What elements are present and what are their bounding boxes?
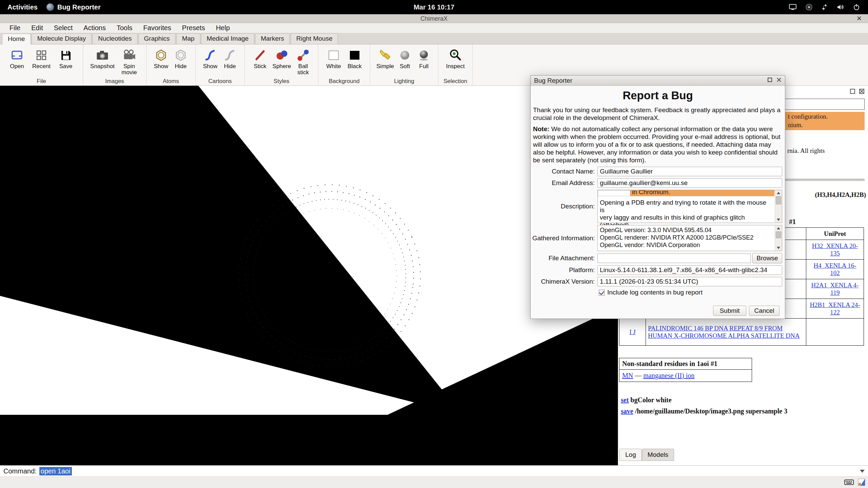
gathered-info-scrollbar[interactable] bbox=[775, 225, 782, 251]
browse-button[interactable]: Browse bbox=[752, 253, 782, 263]
menu-tools[interactable]: Tools bbox=[112, 23, 137, 33]
tab-molecule-display[interactable]: Molecule Display bbox=[32, 33, 92, 44]
section-label-selection: Selection bbox=[438, 78, 472, 85]
ball-stick-button[interactable]: Ball stick bbox=[293, 46, 313, 76]
menu-presets[interactable]: Presets bbox=[177, 23, 210, 33]
save-button[interactable]: Save bbox=[54, 46, 78, 69]
panel-float-icon[interactable] bbox=[850, 88, 855, 96]
ribbon-section-selection: Inspect Selection bbox=[438, 44, 473, 85]
tab-medical-image[interactable]: Medical Image bbox=[201, 33, 255, 44]
description-scrollbar[interactable] bbox=[775, 190, 782, 223]
uniprot-link[interactable]: H4_XENLA 16-102 bbox=[813, 262, 856, 277]
menu-favorites[interactable]: Favorites bbox=[139, 23, 176, 33]
dialog-close-icon[interactable] bbox=[776, 77, 782, 84]
window-close-icon[interactable] bbox=[856, 15, 863, 22]
lighting-simple-button[interactable]: Simple bbox=[375, 46, 395, 69]
activities-button[interactable]: Activities bbox=[7, 3, 38, 11]
stick-icon bbox=[253, 47, 268, 63]
command-help-link[interactable]: set bbox=[621, 396, 629, 404]
residue-code-link[interactable]: MN bbox=[622, 372, 633, 379]
email-field[interactable]: guillaume.gaullier@kemi.uu.se bbox=[597, 178, 782, 188]
atoms-hide-button[interactable]: Hide bbox=[171, 46, 191, 69]
command-bar: Command: open 1aoi bbox=[0, 465, 868, 476]
lighting-soft-button[interactable]: Soft bbox=[395, 46, 414, 69]
platform-field[interactable]: Linux-5.14.0-611.38.1.el9_7.x86_64-x86_6… bbox=[597, 265, 782, 275]
contact-name-field[interactable]: Guillaume Gaullier bbox=[597, 167, 782, 176]
spin-movie-button[interactable]: Spin movie bbox=[117, 46, 141, 76]
menubar: File Edit Select Actions Tools Favorites… bbox=[0, 23, 868, 33]
scroll-up-icon[interactable] bbox=[777, 192, 780, 194]
intro-text: Thank you for using our feedback system.… bbox=[533, 106, 783, 122]
uniprot-link[interactable]: H2B1_XENLA 24-122 bbox=[810, 301, 860, 316]
menu-edit[interactable]: Edit bbox=[26, 23, 47, 33]
contact-name-label: Contact Name: bbox=[532, 168, 597, 175]
screen-share-icon[interactable] bbox=[789, 4, 797, 11]
ribbon-section-lighting: Simple Soft Full Lighting bbox=[370, 44, 438, 85]
submit-button[interactable]: Submit bbox=[713, 306, 746, 316]
focused-app-indicator[interactable]: Bug Reporter bbox=[46, 3, 101, 11]
tab-markers[interactable]: Markers bbox=[255, 33, 290, 44]
tab-graphics[interactable]: Graphics bbox=[138, 33, 176, 44]
stick-button[interactable]: Stick bbox=[250, 46, 271, 69]
background-black-button[interactable]: Black bbox=[344, 46, 365, 69]
uniprot-link[interactable]: H2A1_XENLA 4-119 bbox=[811, 282, 859, 296]
tab-right-mouse[interactable]: Right Mouse bbox=[291, 33, 338, 44]
clock[interactable]: Mar 16 10:17 bbox=[0, 3, 868, 11]
chain-description-link[interactable]: PALINDROMIC 146 BP DNA REPEAT 8/9 FROM H… bbox=[648, 325, 800, 339]
cartoons-hide-button[interactable]: Hide bbox=[220, 46, 240, 69]
benzene-ring-icon bbox=[154, 47, 169, 63]
residue-name-link[interactable]: manganese (II) ion bbox=[643, 372, 694, 379]
power-icon[interactable] bbox=[853, 4, 860, 11]
note-label: Note: bbox=[533, 125, 550, 133]
ball-stick-icon bbox=[296, 47, 311, 63]
atoms-show-button[interactable]: Show bbox=[151, 46, 171, 69]
panel-close-icon[interactable] bbox=[859, 88, 865, 96]
snapshot-button[interactable]: Snapshot bbox=[88, 46, 117, 69]
chimerax-version-field[interactable]: 1.11.1 (2026-01-23 05:51:34 UTC) bbox=[597, 277, 782, 286]
menu-actions[interactable]: Actions bbox=[79, 23, 111, 33]
menu-file[interactable]: File bbox=[5, 23, 25, 33]
scrollbar-thumb[interactable] bbox=[776, 196, 781, 204]
description-textarea[interactable]: in Chromium. Opening a PDB entry and try… bbox=[597, 190, 782, 223]
scroll-up-icon[interactable] bbox=[777, 227, 780, 229]
menu-select[interactable]: Select bbox=[49, 23, 78, 33]
network-icon[interactable] bbox=[821, 4, 828, 11]
menu-help[interactable]: Help bbox=[211, 23, 235, 33]
lighting-full-button[interactable]: Full bbox=[414, 46, 433, 69]
file-attachment-field[interactable] bbox=[597, 253, 751, 263]
scroll-down-icon[interactable] bbox=[777, 219, 780, 221]
sphere-button[interactable]: Sphere bbox=[271, 46, 293, 69]
dialog-float-icon[interactable] bbox=[767, 77, 772, 84]
chains-table-caption-fragment: #1 bbox=[789, 218, 796, 226]
dialog-titlebar[interactable]: Bug Reporter bbox=[531, 76, 785, 86]
graphics-viewport[interactable] bbox=[0, 86, 618, 467]
chain-link[interactable]: I J bbox=[629, 328, 635, 336]
cancel-button[interactable]: Cancel bbox=[749, 306, 780, 316]
notification-icon[interactable] bbox=[806, 4, 812, 11]
recent-button[interactable]: Recent bbox=[29, 46, 54, 69]
keyboard-icon[interactable] bbox=[844, 479, 854, 487]
graphics-status-icon[interactable] bbox=[858, 479, 865, 487]
command-input[interactable]: open 1aoi bbox=[39, 467, 868, 476]
scroll-down-icon[interactable] bbox=[777, 247, 780, 249]
volume-icon[interactable] bbox=[837, 4, 844, 11]
scrollbar-thumb[interactable] bbox=[776, 231, 781, 238]
command-label: Command: bbox=[3, 467, 37, 475]
tab-nucleotides[interactable]: Nucleotides bbox=[92, 33, 137, 44]
uniprot-link[interactable]: H32_XENLA 20-135 bbox=[812, 242, 858, 257]
tab-models[interactable]: Models bbox=[642, 449, 674, 461]
tab-map[interactable]: Map bbox=[176, 33, 200, 44]
open-button[interactable]: Open bbox=[5, 46, 29, 69]
note-text: Note: We do not automatically collect an… bbox=[533, 125, 783, 164]
gnome-top-bar: Activities Bug Reporter Mar 16 10:17 bbox=[0, 0, 868, 14]
include-log-checkbox[interactable] bbox=[599, 290, 605, 296]
command-history-dropdown-icon[interactable] bbox=[860, 470, 865, 473]
background-white-button[interactable]: White bbox=[323, 46, 344, 69]
command-help-link[interactable]: save bbox=[621, 407, 633, 415]
cartoons-show-button[interactable]: Show bbox=[200, 46, 220, 69]
tab-log[interactable]: Log bbox=[619, 449, 642, 461]
tab-home[interactable]: Home bbox=[2, 34, 31, 44]
table-row: I J PALINDROMIC 146 BP DNA REPEAT 8/9 FR… bbox=[619, 319, 864, 346]
gathered-info-textarea[interactable]: OpenGL version: 3.3.0 NVIDIA 595.45.04 O… bbox=[597, 225, 782, 251]
inspect-button[interactable]: Inspect bbox=[443, 46, 468, 69]
